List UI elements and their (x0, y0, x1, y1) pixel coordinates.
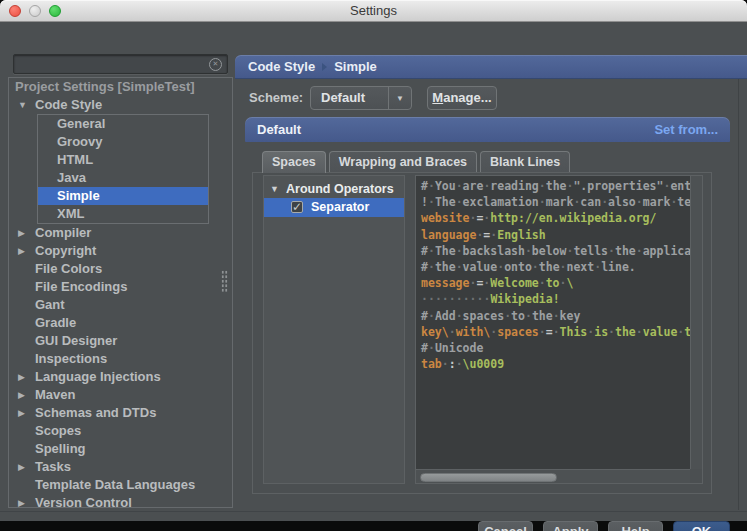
checkbox-separator[interactable]: ✓ (291, 201, 303, 213)
section-title: Default (257, 122, 301, 137)
sidebar-item-gui-designer[interactable]: GUI Designer (9, 332, 232, 350)
chevron-right-icon[interactable]: ▶ (18, 368, 31, 386)
chevron-right-icon[interactable]: ▶ (18, 404, 31, 422)
sidebar-item-label: Version Control (35, 495, 132, 508)
option-group-label: Around Operators (286, 180, 394, 198)
chevron-right-icon[interactable]: ▶ (18, 224, 31, 242)
breadcrumb: Code Style Simple (235, 55, 747, 78)
tree-scrollbar-thumb[interactable] (221, 270, 228, 292)
sidebar-item-inspections[interactable]: Inspections (9, 350, 232, 368)
sidebar-item-gant[interactable]: Gant (9, 296, 232, 314)
sidebar-item-simple[interactable]: Simple (38, 187, 208, 205)
code-preview-panel[interactable]: #·You·are·reading·the·".properties"·entr… (415, 175, 703, 484)
code-line: #·You·are·reading·the·".properties"·entr… (421, 178, 690, 194)
code-line: key\·with\·spaces·=·This·is·the·value·th… (421, 324, 690, 340)
clear-search-icon[interactable]: ✕ (209, 58, 222, 71)
breadcrumb-item: Simple (334, 59, 377, 74)
sidebar-item-gradle[interactable]: Gradle (9, 314, 232, 332)
sidebar-item-scopes[interactable]: Scopes (9, 422, 232, 440)
sidebar-item-label: Compiler (35, 225, 91, 240)
code-line: message·=·Welcome·to·\ (421, 275, 690, 291)
sidebar-item-label: Maven (35, 387, 75, 402)
button-bar-separator (0, 511, 747, 512)
sidebar-item-label: Template Data Languages (35, 477, 195, 492)
titlebar[interactable]: Settings (0, 0, 747, 22)
sidebar-item-label: Simple (57, 188, 100, 203)
chevron-right-icon[interactable]: ▶ (18, 458, 31, 476)
sidebar-item-code-style[interactable]: ▼Code Style (9, 96, 232, 114)
chevron-right-icon[interactable]: ▶ (18, 242, 31, 260)
dialog-body: ✕ Project Settings [SimpleTest] ▼Code St… (0, 22, 747, 521)
option-row-separator[interactable]: ✓Separator (264, 198, 404, 217)
help-button[interactable]: Help (608, 521, 663, 531)
horizontal-scrollbar-thumb[interactable] (420, 473, 557, 482)
scheme-section-header: Default Set from... (245, 117, 730, 142)
apply-button[interactable]: Apply (543, 521, 598, 531)
sidebar-item-file-colors[interactable]: File Colors (9, 260, 232, 278)
code-line: website·=·http://en.wikipedia.org/ (421, 210, 690, 226)
sidebar-item-copyright[interactable]: ▶Copyright (9, 242, 232, 260)
sidebar-item-spelling[interactable]: Spelling (9, 440, 232, 458)
sidebar-item-label: Scopes (35, 423, 81, 438)
breadcrumb-item[interactable]: Code Style (248, 59, 315, 74)
horizontal-scrollbar-track[interactable] (416, 469, 690, 483)
sidebar-item-compiler[interactable]: ▶Compiler (9, 224, 232, 242)
set-from-link[interactable]: Set from... (654, 122, 718, 137)
sidebar-item-version-control[interactable]: ▶Version Control (9, 494, 232, 508)
sidebar-item-label: Java (57, 170, 86, 185)
sidebar-item-tasks[interactable]: ▶Tasks (9, 458, 232, 476)
chevron-right-icon[interactable]: ▶ (18, 386, 31, 404)
option-rows: ✓Separator (264, 198, 404, 217)
sidebar-item-label: Schemas and DTDs (35, 405, 156, 420)
sidebar-item-java[interactable]: Java (38, 169, 208, 187)
settings-search[interactable]: ✕ (13, 54, 228, 74)
sidebar-item-label: General (57, 116, 105, 131)
sidebar-item-label: Code Style (35, 97, 102, 112)
sidebar-item-label: Tasks (35, 459, 71, 474)
scheme-select[interactable]: Default ▼ (310, 86, 412, 110)
dropdown-arrow-icon[interactable]: ▼ (388, 87, 411, 109)
settings-window: Settings ✕ Project Settings [SimpleTest]… (0, 0, 747, 531)
cancel-button[interactable]: Cancel (478, 521, 533, 531)
chevron-right-icon (322, 63, 327, 71)
option-group-header[interactable]: ▼ Around Operators (264, 180, 404, 198)
sidebar-item-label: Gant (35, 297, 65, 312)
sidebar-item-label: GUI Designer (35, 333, 117, 348)
vertical-scrollbar-track[interactable] (690, 176, 702, 469)
settings-tree[interactable]: Project Settings [SimpleTest] ▼Code Styl… (8, 77, 233, 508)
sidebar-item-html[interactable]: HTML (38, 151, 208, 169)
sidebar-item-groovy[interactable]: Groovy (38, 133, 208, 151)
ok-button[interactable]: OK (673, 521, 730, 531)
scheme-label: Scheme: (249, 88, 303, 108)
sidebar-item-language-injections[interactable]: ▶Language Injections (9, 368, 232, 386)
code-line: ··········Wikipedia! (421, 291, 690, 307)
options-panel[interactable]: ▼ Around Operators ✓Separator (263, 175, 405, 484)
sidebar-item-maven[interactable]: ▶Maven (9, 386, 232, 404)
sidebar-item-xml[interactable]: XML (38, 205, 208, 223)
sidebar-item-general[interactable]: General (38, 115, 208, 133)
sidebar-item-schemas-and-dtds[interactable]: ▶Schemas and DTDs (9, 404, 232, 422)
tab-wrapping-and-braces[interactable]: Wrapping and Braces (329, 151, 477, 172)
chevron-down-icon[interactable]: ▼ (18, 96, 31, 114)
sidebar-item-template-data-languages[interactable]: Template Data Languages (9, 476, 232, 494)
code-line: language·=·English (421, 227, 690, 243)
code-line: #·the·value·onto·the·next·line. (421, 259, 690, 275)
manage-button[interactable]: Manage... (427, 86, 497, 110)
code-line: !·The·exclamation·mark·can·also·mark·tex… (421, 194, 690, 210)
chevron-right-icon[interactable]: ▶ (18, 494, 31, 508)
check-icon: ✓ (292, 198, 302, 217)
sidebar-item-label: Groovy (57, 134, 103, 149)
sidebar-item-label: Gradle (35, 315, 76, 330)
code-preview-editor: #·You·are·reading·the·".properties"·entr… (416, 176, 690, 469)
sidebar-group-header: Project Settings [SimpleTest] (9, 78, 232, 96)
tab-spaces[interactable]: Spaces (262, 151, 326, 173)
code-line: #·Unicode (421, 340, 690, 356)
search-input[interactable] (14, 55, 227, 73)
chevron-down-icon[interactable]: ▼ (270, 180, 279, 198)
sidebar-item-file-encodings[interactable]: File Encodings (9, 278, 232, 296)
sidebar-item-label: HTML (57, 152, 93, 167)
code-line: tab·:·\u0009 (421, 356, 690, 372)
tab-blank-lines[interactable]: Blank Lines (480, 151, 570, 172)
code-style-children-group: GeneralGroovyHTMLJavaSimpleXML (37, 114, 209, 224)
code-line: #·Add·spaces·to·the·key (421, 308, 690, 324)
